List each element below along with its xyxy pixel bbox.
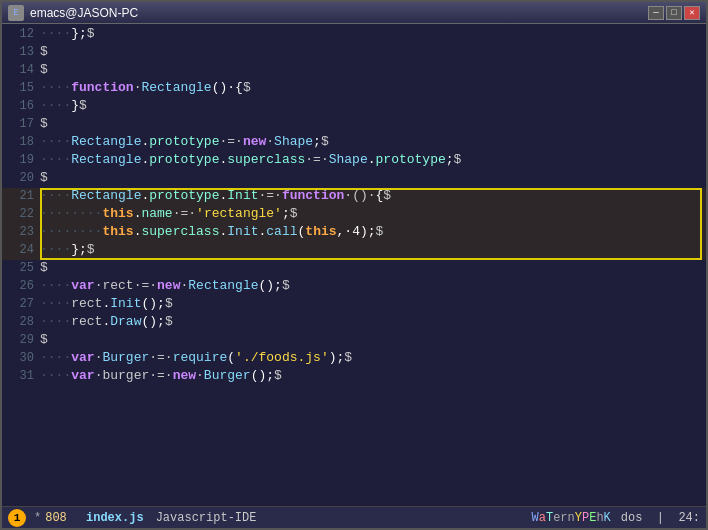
table-row: 28 ····rect.Draw();$: [2, 314, 706, 332]
minimize-button[interactable]: ─: [648, 6, 664, 20]
table-row: 31 ····var·burger·=·new·Burger();$: [2, 368, 706, 386]
table-row: 29 $: [2, 332, 706, 350]
encoding-position: dos | 24:: [621, 511, 700, 525]
table-row: 25 $: [2, 260, 706, 278]
plugin-y: Y: [575, 511, 582, 525]
highlighted-region: 21 ····Rectangle.prototype.Init·=·functi…: [2, 188, 706, 260]
table-row: 17 $: [2, 116, 706, 134]
table-row: 27 ····rect.Init();$: [2, 296, 706, 314]
editor-area[interactable]: 12 ····};$ 13 $ 14 $ 15 ····function·Rec…: [2, 24, 706, 506]
table-row: 22 ········this.name·=·'rectangle';$: [2, 206, 706, 224]
app-icon: E: [8, 5, 24, 21]
window-title: emacs@JASON-PC: [30, 6, 138, 20]
status-circle: 1: [8, 509, 26, 527]
bufnum-spacer: [73, 511, 80, 525]
plugin-w: W: [532, 511, 539, 525]
table-row: 24 ····};$: [2, 242, 706, 260]
maximize-button[interactable]: □: [666, 6, 682, 20]
statusbar: 1 * 808 index.js Javascript-IDE WaTernYP…: [2, 506, 706, 528]
plugin-ern: ern: [553, 511, 575, 525]
plugin-a: a: [539, 511, 546, 525]
plugins-area: WaTernYPEhK: [532, 511, 611, 525]
table-row: 23 ········this.superclass.Init.call(thi…: [2, 224, 706, 242]
table-row: 13 $: [2, 44, 706, 62]
window-controls: ─ □ ✕: [648, 6, 700, 20]
table-row: 16 ····}$: [2, 98, 706, 116]
plugin-k: K: [604, 511, 611, 525]
mode-name: Javascript-IDE: [156, 511, 520, 525]
table-row: 15 ····function·Rectangle()·{$: [2, 80, 706, 98]
titlebar-left: E emacs@JASON-PC: [8, 5, 138, 21]
emacs-window: E emacs@JASON-PC ─ □ ✕ 12 ····};$ 13 $: [0, 0, 708, 530]
table-row: 26 ····var·rect·=·new·Rectangle();$: [2, 278, 706, 296]
table-row: 21 ····Rectangle.prototype.Init·=·functi…: [2, 188, 706, 206]
close-button[interactable]: ✕: [684, 6, 700, 20]
code-container: 12 ····};$ 13 $ 14 $ 15 ····function·Rec…: [2, 24, 706, 506]
plugin-h: h: [596, 511, 603, 525]
titlebar: E emacs@JASON-PC ─ □ ✕: [2, 2, 706, 24]
filename: index.js: [86, 511, 144, 525]
table-row: 14 $: [2, 62, 706, 80]
table-row: 18 ····Rectangle.prototype·=·new·Shape;$: [2, 134, 706, 152]
table-row: 19 ····Rectangle.prototype.superclass·=·…: [2, 152, 706, 170]
buffer-number: 808: [45, 511, 67, 525]
modified-indicator: *: [34, 511, 41, 525]
table-row: 12 ····};$: [2, 26, 706, 44]
table-row: 30 ····var·Burger·=·require('./foods.js'…: [2, 350, 706, 368]
table-row: 20 $: [2, 170, 706, 188]
